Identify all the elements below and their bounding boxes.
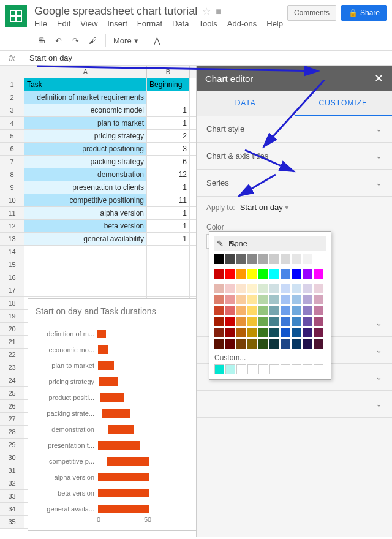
color-swatch[interactable] — [303, 254, 312, 264]
color-swatch[interactable] — [225, 317, 235, 326]
select-all-corner[interactable] — [0, 66, 24, 78]
section-axis-titles[interactable]: Chart & axis titles ⌄ — [197, 143, 392, 170]
color-swatch[interactable] — [314, 339, 323, 349]
custom-swatch-empty[interactable] — [236, 364, 246, 374]
custom-swatch-empty[interactable] — [303, 364, 312, 374]
color-swatch[interactable] — [225, 295, 235, 304]
color-swatch[interactable] — [236, 317, 246, 326]
color-swatch[interactable] — [258, 254, 268, 264]
color-swatch[interactable] — [303, 328, 312, 337]
color-swatch[interactable] — [214, 295, 224, 304]
color-swatch[interactable] — [292, 328, 301, 337]
custom-swatch[interactable] — [214, 364, 224, 374]
color-swatch[interactable] — [314, 295, 323, 304]
print-icon[interactable]: 🖶 — [36, 35, 47, 46]
color-swatch[interactable] — [214, 339, 224, 349]
color-swatch[interactable] — [314, 328, 323, 337]
color-swatch[interactable] — [258, 317, 268, 326]
color-swatch[interactable] — [314, 284, 323, 293]
color-swatch[interactable] — [236, 339, 246, 349]
tab-data[interactable]: DATA — [197, 91, 295, 116]
color-swatch[interactable] — [247, 254, 257, 264]
color-swatch[interactable] — [281, 328, 290, 337]
color-swatch[interactable] — [292, 339, 301, 349]
color-swatch[interactable] — [303, 284, 312, 293]
custom-swatch-empty[interactable] — [258, 364, 268, 374]
custom-swatch[interactable] — [225, 364, 235, 374]
color-swatch[interactable] — [214, 254, 224, 264]
color-swatch[interactable] — [292, 254, 301, 264]
custom-label[interactable]: Custom... — [214, 353, 326, 362]
col-header-b[interactable]: B — [147, 66, 190, 78]
color-swatch[interactable] — [303, 269, 312, 279]
color-swatch[interactable] — [281, 339, 290, 349]
menu-data[interactable]: Data — [172, 19, 189, 28]
color-swatch[interactable] — [225, 269, 235, 279]
menu-tools[interactable]: Tools — [198, 19, 217, 28]
menu-file[interactable]: File — [34, 19, 47, 28]
color-swatch[interactable] — [270, 284, 279, 293]
comments-button[interactable]: Comments — [287, 5, 336, 21]
color-swatch[interactable] — [214, 317, 224, 326]
redo-icon[interactable]: ↷ — [70, 35, 81, 46]
col-header-a[interactable]: A — [24, 66, 147, 78]
color-swatch[interactable] — [225, 339, 235, 349]
menu-view[interactable]: View — [80, 19, 97, 28]
color-swatch[interactable] — [258, 295, 268, 304]
custom-swatch-empty[interactable] — [314, 364, 323, 374]
color-swatch[interactable] — [292, 317, 301, 326]
color-swatch[interactable] — [247, 306, 257, 315]
more-button[interactable]: More ▾ — [113, 36, 138, 45]
color-swatch[interactable] — [314, 306, 323, 315]
color-swatch[interactable] — [225, 284, 235, 293]
sheets-logo[interactable] — [5, 5, 27, 27]
color-swatch[interactable] — [281, 269, 290, 279]
color-swatch[interactable] — [247, 269, 257, 279]
custom-swatch-empty[interactable] — [292, 364, 301, 374]
menu-addons[interactable]: Add-ons — [227, 19, 257, 28]
color-swatch[interactable] — [314, 269, 323, 279]
color-swatch[interactable] — [281, 306, 290, 315]
color-swatch[interactable] — [247, 328, 257, 337]
color-swatch[interactable] — [270, 328, 279, 337]
color-swatch[interactable] — [303, 317, 312, 326]
tab-customize[interactable]: CUSTOMIZE — [295, 91, 393, 116]
color-swatch[interactable] — [292, 295, 301, 304]
menu-format[interactable]: Format — [137, 19, 162, 28]
color-swatch[interactable] — [258, 339, 268, 349]
color-swatch[interactable] — [292, 306, 301, 315]
color-swatch[interactable] — [214, 269, 224, 279]
custom-swatch-empty[interactable] — [247, 364, 257, 374]
color-swatch[interactable] — [247, 317, 257, 326]
custom-swatch-empty[interactable] — [281, 364, 290, 374]
section-chart-style[interactable]: Chart style ⌄ — [197, 116, 392, 143]
color-swatch[interactable] — [247, 295, 257, 304]
color-swatch[interactable] — [258, 284, 268, 293]
menu-help[interactable]: Help — [266, 19, 283, 28]
color-swatch[interactable] — [258, 269, 268, 279]
color-swatch[interactable] — [214, 306, 224, 315]
color-swatch[interactable] — [270, 254, 279, 264]
color-swatch[interactable] — [236, 306, 246, 315]
section-series[interactable]: Series ⌄ — [197, 170, 392, 197]
color-swatch[interactable] — [236, 328, 246, 337]
color-swatch[interactable] — [314, 254, 323, 264]
color-none-option[interactable]: ✎ None ↖ — [214, 236, 326, 251]
color-swatch[interactable] — [214, 328, 224, 337]
color-swatch[interactable] — [236, 254, 246, 264]
color-swatch[interactable] — [281, 254, 290, 264]
color-swatch[interactable] — [225, 306, 235, 315]
color-swatch[interactable] — [303, 295, 312, 304]
color-swatch[interactable] — [270, 317, 279, 326]
color-swatch[interactable] — [270, 339, 279, 349]
color-swatch[interactable] — [236, 295, 246, 304]
color-swatch[interactable] — [225, 254, 235, 264]
color-swatch[interactable] — [270, 269, 279, 279]
section-collapsed[interactable]: ⌄ — [197, 391, 392, 418]
apply-to-dropdown[interactable]: Start on day ▾ — [240, 203, 290, 212]
embedded-chart[interactable]: Start on day and Task durations definiti… — [28, 298, 196, 531]
custom-swatch-empty[interactable] — [270, 364, 279, 374]
color-swatch[interactable] — [281, 295, 290, 304]
formula-bar[interactable]: Start on day — [24, 53, 392, 62]
color-swatch[interactable] — [214, 284, 224, 293]
